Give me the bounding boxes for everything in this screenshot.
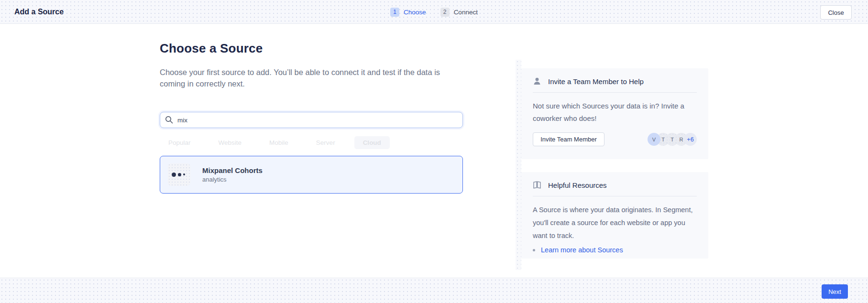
step-label: Choose — [404, 9, 426, 16]
source-search — [160, 112, 463, 128]
team-avatars: V T T R +6 — [648, 133, 697, 146]
step-choose[interactable]: 1 Choose — [390, 8, 426, 17]
open-book-icon — [533, 181, 541, 189]
close-button[interactable]: Close — [820, 5, 852, 20]
main-content: Choose a Source Choose your first source… — [160, 24, 463, 194]
header-bar: Add a Source 1 Choose 2 Connect Close — [0, 0, 868, 24]
step-number-badge: 2 — [440, 8, 450, 17]
tab-website[interactable]: Website — [210, 136, 251, 149]
next-button[interactable]: Next — [822, 284, 848, 299]
learn-more-sources-link[interactable]: Learn more about Sources — [541, 246, 623, 254]
resources-card-body: A Source is where your data originates. … — [533, 204, 693, 242]
helpful-resources-card: Helpful Resources A Source is where your… — [521, 172, 708, 259]
invite-card-title: Invite a Team Member to Help — [548, 77, 644, 86]
tab-popular[interactable]: Popular — [160, 136, 199, 149]
invite-team-member-button[interactable]: Invite Team Member — [533, 132, 604, 146]
tab-mobile[interactable]: Mobile — [261, 136, 297, 149]
wizard-steps: 1 Choose 2 Connect — [0, 0, 868, 24]
step-label: Connect — [454, 9, 478, 16]
section-heading: Choose a Source — [160, 41, 463, 56]
invite-card-body: Not sure which Sources your data is in? … — [533, 100, 697, 125]
avatar-overflow-count: +6 — [684, 133, 697, 146]
category-tabs: Popular Website Mobile Server Cloud — [160, 136, 463, 149]
resource-link-item: Learn more about Sources — [533, 246, 697, 254]
resource-links: Learn more about Sources — [533, 246, 697, 254]
resources-card-title: Helpful Resources — [548, 181, 607, 189]
search-input[interactable] — [160, 112, 463, 128]
source-result-mixpanel-cohorts[interactable]: Mixpanel Cohorts analytics — [160, 156, 463, 194]
tab-cloud[interactable]: Cloud — [354, 136, 390, 149]
section-description: Choose your first source to add. You’ll … — [160, 66, 447, 89]
invite-team-member-card: Invite a Team Member to Help Not sure wh… — [521, 68, 708, 159]
sidebar-edge-texture — [516, 60, 521, 270]
source-category: analytics — [202, 176, 263, 183]
step-connect[interactable]: 2 Connect — [440, 8, 478, 17]
bullet-icon — [533, 249, 535, 251]
footer-bar: Next — [0, 278, 868, 303]
person-icon — [533, 77, 541, 86]
source-name: Mixpanel Cohorts — [202, 166, 263, 174]
mixpanel-logo-icon — [168, 163, 190, 186]
avatar: V — [648, 133, 660, 146]
tab-server[interactable]: Server — [308, 136, 344, 149]
step-number-badge: 1 — [390, 8, 399, 17]
